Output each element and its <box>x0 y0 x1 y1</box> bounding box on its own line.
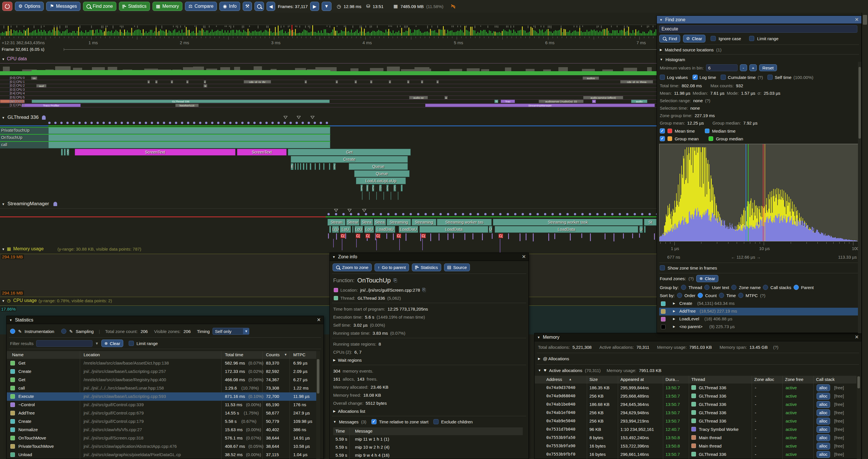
sample-dot[interactable] <box>121 122 123 124</box>
zone-segment[interactable]: L(U <box>332 226 339 233</box>
zone-segment[interactable]: Strean <box>328 219 345 226</box>
table-row[interactable]: Normalizejni/../jni/src/claw/vfs/Vfs.cpp… <box>7 426 320 434</box>
cpu-zone-segment[interactable]: audio.service (effect) <box>583 96 623 99</box>
zone-segment[interactable] <box>310 163 311 170</box>
close-icon[interactable]: ✕ <box>317 317 321 323</box>
column-header[interactable]: Location <box>84 352 100 357</box>
cpu-zone-segment[interactable]: Ti <box>494 100 498 103</box>
cpu-row[interactable]: audk[0:2] CPU 2 <box>0 84 657 88</box>
column-header[interactable]: Thread <box>691 377 705 382</box>
sample-dot[interactable] <box>247 122 250 124</box>
cpu-row[interactable]: ccccccds_ol_rx_thrcccccccccds_ol_rx_thre… <box>0 80 657 84</box>
sample-dot[interactable] <box>187 122 189 124</box>
column-header[interactable]: Size <box>589 377 598 382</box>
zoom-search-button[interactable] <box>254 2 264 11</box>
frame-mode-button[interactable]: ▼ <box>322 2 332 11</box>
zone-segment[interactable]: LoadDaU <box>399 226 418 233</box>
find-zone-input[interactable]: Execute <box>659 25 857 33</box>
message-row[interactable]: 5.59 smip 10 w 2 h 2 (4) <box>333 444 523 452</box>
table-row[interactable]: 0x74ab9e5040256 KB293,994,219ns13:50.7GL… <box>535 417 857 425</box>
sample-dot[interactable] <box>163 122 165 124</box>
zone-segment[interactable] <box>323 163 324 170</box>
zone-segment[interactable] <box>329 226 331 233</box>
zone-segment[interactable]: ( <box>372 185 374 192</box>
zone-segment[interactable]: S <box>67 149 69 156</box>
sample-dot[interactable] <box>522 213 524 215</box>
zoom-to-zone-button[interactable]: Zoom to zone <box>333 264 372 271</box>
cpu-zone-segment[interactable]: GLThread 336 <box>32 100 330 103</box>
clear-button[interactable]: ⊘Clear <box>683 35 705 42</box>
alloc-callstack-button[interactable]: alloc <box>816 384 830 391</box>
copy-icon[interactable]: ⎘ <box>422 287 426 293</box>
found-zone-row[interactable]: ▶<no parent>(9) 225.73 µs <box>659 323 858 331</box>
next-frame-button[interactable]: ▶ <box>310 2 319 11</box>
zone-segment[interactable]: ( <box>386 185 389 192</box>
sample-dot[interactable] <box>289 122 292 124</box>
sample-dot[interactable] <box>439 213 442 215</box>
table-scrollbar-thumb[interactable] <box>857 376 860 388</box>
zone-segment[interactable]: ScreenText <box>75 149 236 156</box>
power-button[interactable] <box>2 2 12 11</box>
sample-dot[interactable] <box>365 213 367 215</box>
cpu-zone-segment[interactable]: a <box>444 96 448 99</box>
sample-dot[interactable] <box>60 122 63 124</box>
sample-dot[interactable] <box>492 213 494 215</box>
table-row[interactable]: 0x7531d7b04096 KB1:10 234,952,16112:40.7… <box>535 425 857 434</box>
allocations-row[interactable]: ▶@ Allocations <box>538 355 569 362</box>
column-header[interactable]: MTPC <box>293 352 306 357</box>
group-radio-user-text[interactable] <box>704 285 709 290</box>
table-row[interactable]: 0x7553b9fa508 bytes153,492,240ns13:50.8M… <box>535 434 857 442</box>
sample-dot[interactable] <box>581 213 584 215</box>
table-row[interactable]: PrivateTouchMovejni/../jni/src/claw/appl… <box>7 442 320 451</box>
options-button[interactable]: ⚙Options <box>15 2 44 11</box>
cpu-zone-segment[interactable]: kworker/u16 <box>175 104 199 107</box>
cpu-zone-segment[interactable]: cds_ol_rx_thr <box>244 80 271 84</box>
limit-range-checkbox[interactable] <box>749 36 754 41</box>
zone-segment[interactable]: Streaming <box>412 219 436 226</box>
zone-segment[interactable] <box>303 163 305 170</box>
table-row[interactable]: Createjni/../jni/src/guif/Control.cpp:17… <box>7 417 320 426</box>
zone-info-titlebar[interactable]: ▼Zone info✕ <box>330 253 528 261</box>
crash-segment[interactable]: C( <box>396 233 401 238</box>
sample-dot[interactable] <box>432 213 434 215</box>
sample-dot[interactable] <box>277 122 280 124</box>
zone-segment[interactable] <box>306 163 307 170</box>
sample-dot[interactable] <box>169 122 171 124</box>
zone-segment[interactable] <box>314 163 316 170</box>
sample-dot[interactable] <box>395 213 397 215</box>
sample-dot[interactable] <box>296 122 298 124</box>
zone-segment[interactable]: LoU <box>364 226 374 233</box>
sample-dot[interactable] <box>157 122 159 124</box>
zone-segment[interactable] <box>297 163 299 170</box>
sample-dot[interactable] <box>175 122 177 124</box>
sample-dot[interactable] <box>181 122 183 124</box>
frame-marker-icon[interactable] <box>283 116 287 119</box>
alloc-callstack-button[interactable]: alloc <box>816 451 830 458</box>
increase-button[interactable]: + <box>749 64 757 71</box>
crash-segment[interactable]: C( <box>365 233 370 238</box>
sample-dot[interactable] <box>66 122 69 124</box>
zone-segment[interactable] <box>401 185 403 192</box>
column-header[interactable]: Dura… <box>665 377 679 382</box>
table-row[interactable]: Unloadjni/../jni/src/claw/graphics/pixel… <box>7 451 320 459</box>
sample-dot[interactable] <box>566 213 569 215</box>
streaming-header[interactable]: ▼StreamingManager <box>0 201 657 208</box>
alloc-callstack-button[interactable]: alloc <box>816 401 830 408</box>
cpu-zone-segment[interactable]: c <box>407 80 410 84</box>
frame-marker-icon[interactable] <box>334 209 338 212</box>
sample-dot[interactable] <box>447 213 449 215</box>
table-row[interactable]: 0x74ab1ef040256 KB294,629,948ns13:50.7GL… <box>535 409 857 417</box>
sample-dot[interactable] <box>641 213 643 215</box>
zone-segment[interactable] <box>352 226 353 233</box>
help-icon[interactable]: (?) <box>688 276 694 281</box>
zone-bar[interactable] <box>48 127 330 134</box>
sample-dot[interactable] <box>115 122 117 124</box>
copy-icon[interactable]: ⎘ <box>394 278 397 283</box>
table-row[interactable]: Get/mnt/e/claw/src/claw/base/AssetDict.h… <box>7 359 320 367</box>
info-button[interactable]: ◉Info <box>219 2 240 11</box>
sample-dot[interactable] <box>211 122 213 124</box>
zone-segment[interactable]: Strear <box>346 219 360 226</box>
zone-segment[interactable] <box>329 163 330 170</box>
close-icon[interactable]: ✕ <box>522 254 526 260</box>
messages-button[interactable]: ⚑Messages <box>46 2 80 11</box>
